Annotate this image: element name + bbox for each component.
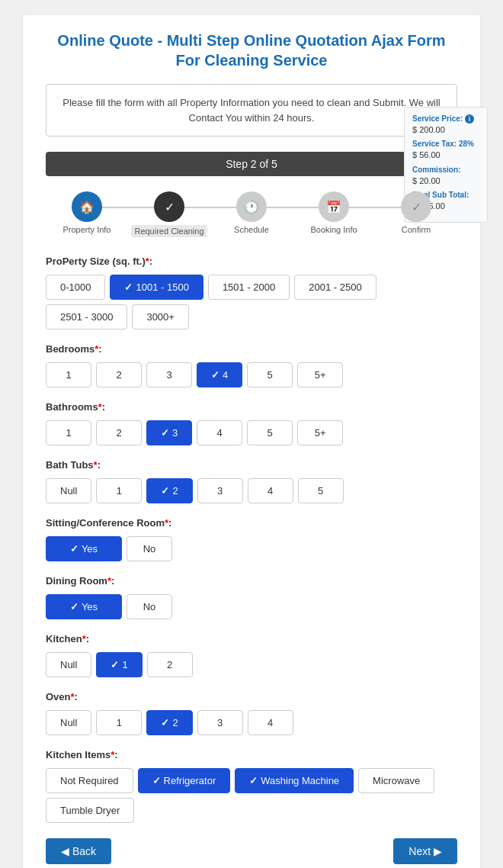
service-price-value: $ 200.00 bbox=[412, 124, 479, 136]
size-1501-2000[interactable]: 1501 - 2000 bbox=[208, 275, 290, 300]
kitchen-null[interactable]: Null bbox=[46, 652, 91, 677]
dining-no[interactable]: No bbox=[127, 594, 172, 619]
step-label-2: Required Cleaning bbox=[131, 225, 207, 237]
oven-2[interactable]: 2 bbox=[146, 710, 192, 735]
step-circle-4: 📅 bbox=[319, 191, 349, 222]
bathrooms-label: Bathrooms*: bbox=[46, 401, 457, 413]
item-not-required[interactable]: Not Required bbox=[46, 768, 133, 793]
step-schedule[interactable]: 🕐 Schedule bbox=[210, 191, 293, 234]
bedroom-5plus[interactable]: 5+ bbox=[297, 362, 343, 387]
service-tax-value: $ 56.00 bbox=[412, 149, 479, 161]
size-2001-2500[interactable]: 2001 - 2500 bbox=[294, 275, 376, 300]
bedroom-3[interactable]: 3 bbox=[146, 362, 192, 387]
bathroom-5[interactable]: 5 bbox=[247, 420, 293, 445]
next-button[interactable]: Next ▶ bbox=[393, 838, 457, 864]
bathtub-2[interactable]: 2 bbox=[146, 478, 192, 503]
step-label-5: Confirm bbox=[402, 225, 431, 234]
bathtub-null[interactable]: Null bbox=[46, 478, 91, 503]
step-confirm[interactable]: ✓ Confirm bbox=[375, 191, 457, 234]
commission-label: Commission: bbox=[412, 165, 479, 175]
bedroom-5[interactable]: 5 bbox=[247, 362, 293, 387]
oven-4[interactable]: 4 bbox=[248, 710, 293, 735]
oven-label: Oven*: bbox=[46, 691, 457, 702]
bathtub-4[interactable]: 4 bbox=[248, 478, 293, 503]
item-refrigerator[interactable]: Refrigerator bbox=[138, 768, 231, 793]
progress-steps: 🏠 Property Info ✓ Required Cleaning 🕐 Sc… bbox=[46, 191, 457, 237]
sitting-no[interactable]: No bbox=[127, 536, 172, 561]
dining-yes[interactable]: Yes bbox=[46, 594, 122, 619]
sitting-room-group: Yes No bbox=[46, 536, 457, 561]
dining-room-group: Yes No bbox=[46, 594, 457, 619]
kitchen-2[interactable]: 2 bbox=[147, 652, 193, 677]
step-booking-info[interactable]: 📅 Booking Info bbox=[293, 191, 375, 234]
size-3000-plus[interactable]: 3000+ bbox=[132, 304, 189, 330]
kitchen-items-label: Kitchen Items*: bbox=[46, 749, 457, 760]
oven-null[interactable]: Null bbox=[46, 710, 91, 735]
bedroom-4[interactable]: 4 bbox=[197, 362, 242, 387]
bedrooms-group: 1 2 3 4 5 5+ bbox=[46, 362, 457, 387]
step-circle-3: 🕐 bbox=[236, 191, 267, 222]
step-circle-2: ✓ bbox=[154, 191, 184, 222]
size-1001-1500[interactable]: 1001 - 1500 bbox=[110, 275, 203, 300]
bathroom-2[interactable]: 2 bbox=[96, 420, 142, 445]
service-tax-label: Service Tax: 28% bbox=[412, 139, 479, 149]
step-property-info[interactable]: 🏠 Property Info bbox=[46, 191, 128, 234]
bathroom-5plus[interactable]: 5+ bbox=[297, 420, 343, 445]
item-microwave[interactable]: Microwave bbox=[358, 768, 434, 793]
item-tumble-dryer[interactable]: Tumble Dryer bbox=[46, 798, 134, 823]
step-required-cleaning[interactable]: ✓ Required Cleaning bbox=[128, 191, 210, 237]
oven-group: Null 1 2 3 4 bbox=[46, 710, 457, 735]
kitchen-label: Kitchen*: bbox=[46, 633, 457, 645]
bathrooms-group: 1 2 3 4 5 5+ bbox=[46, 420, 457, 445]
step-label-1: Property Info bbox=[63, 225, 111, 234]
kitchen-items-group: Not Required Refrigerator Washing Machin… bbox=[46, 768, 457, 823]
oven-1[interactable]: 1 bbox=[96, 710, 142, 735]
sitting-yes[interactable]: Yes bbox=[46, 536, 122, 561]
property-size-label: ProPerty Size (sq. ft.)*: bbox=[46, 256, 457, 267]
step-label-4: Booking Info bbox=[310, 225, 357, 234]
size-0-1000[interactable]: 0-1000 bbox=[46, 275, 105, 300]
page-title: Online Quote - Multi Step Online Quotati… bbox=[46, 31, 457, 70]
bathtub-3[interactable]: 3 bbox=[197, 478, 243, 503]
bedroom-1[interactable]: 1 bbox=[46, 362, 91, 387]
property-size-group: 0-1000 1001 - 1500 1501 - 2000 2001 - 25… bbox=[46, 275, 457, 330]
kitchen-1[interactable]: 1 bbox=[96, 652, 142, 677]
item-washing-machine[interactable]: Washing Machine bbox=[235, 768, 354, 793]
commission-value: $ 20.00 bbox=[412, 175, 479, 187]
nav-buttons: ◀ Back Next ▶ bbox=[46, 838, 457, 864]
step-circle-1: 🏠 bbox=[72, 191, 102, 222]
back-button[interactable]: ◀ Back bbox=[46, 838, 111, 864]
bathtub-1[interactable]: 1 bbox=[96, 478, 142, 503]
bedrooms-label: Bedrooms*: bbox=[46, 343, 457, 355]
bathroom-3[interactable]: 3 bbox=[146, 420, 192, 445]
size-2501-3000[interactable]: 2501 - 3000 bbox=[46, 304, 127, 330]
dining-room-label: Dining Room*: bbox=[46, 575, 457, 587]
bathtubs-group: Null 1 2 3 4 5 bbox=[46, 478, 457, 503]
step-label-3: Schedule bbox=[234, 225, 269, 234]
step-circle-5: ✓ bbox=[401, 191, 431, 222]
intro-box: Please fill the form with all Property I… bbox=[46, 84, 457, 137]
sitting-room-label: Sitting/Conference Room*: bbox=[46, 517, 457, 529]
bathtub-5[interactable]: 5 bbox=[298, 478, 344, 503]
service-price-label: Service Price: bbox=[412, 114, 463, 123]
bathroom-1[interactable]: 1 bbox=[46, 420, 91, 445]
service-price-info-icon[interactable]: i bbox=[465, 114, 474, 124]
oven-3[interactable]: 3 bbox=[197, 710, 243, 735]
step-bar: Step 2 of 5 bbox=[46, 152, 457, 176]
bedroom-2[interactable]: 2 bbox=[96, 362, 142, 387]
kitchen-group: Null 1 2 bbox=[46, 652, 457, 677]
bathroom-4[interactable]: 4 bbox=[197, 420, 242, 445]
bathtubs-label: Bath Tubs*: bbox=[46, 459, 457, 471]
